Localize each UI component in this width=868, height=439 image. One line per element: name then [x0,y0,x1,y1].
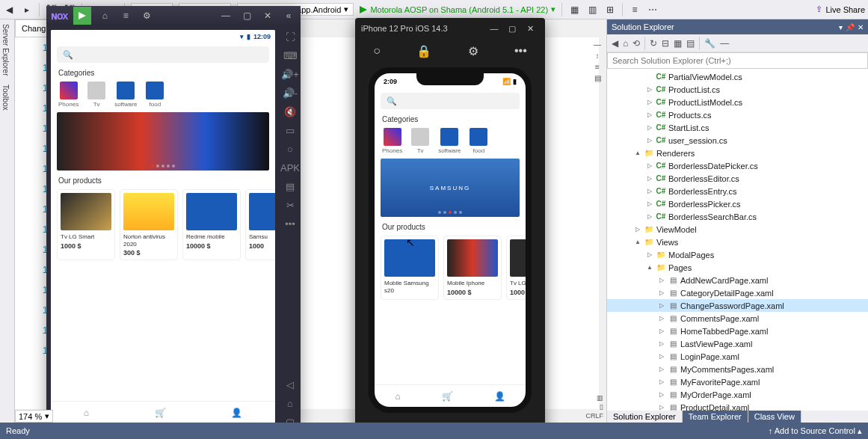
ios-close-icon[interactable]: ✕ [521,24,539,34]
ios-max-icon[interactable]: ▢ [503,24,521,34]
tree-row[interactable]: ▷▤ChangePasswordPage.xaml [607,299,868,312]
se-more-icon[interactable]: — [720,38,729,49]
apk-icon[interactable]: APK [280,162,300,174]
promo-banner[interactable] [57,112,269,171]
fullscreen-icon[interactable]: ⛶ [286,31,295,43]
nox-gear-icon[interactable]: ⚙ [139,10,154,21]
tree-row[interactable]: ▷▤CategoryDetailPage.xaml [607,286,868,299]
se-showall-icon[interactable]: ▦ [674,38,682,49]
ios-tab-cart-icon[interactable]: 🛒 [442,391,453,402]
tree-row[interactable]: ▷C#BorderlessDatePicker.cs [607,159,868,172]
category-item[interactable]: food [470,128,487,154]
se-back-icon[interactable]: ◀ [612,38,618,49]
tree-row[interactable]: ▷C#BorderlessEditor.cs [607,172,868,185]
product-card[interactable]: Samsu1000 [245,189,275,260]
se-home-icon[interactable]: ⌂ [623,38,628,49]
tree-row[interactable]: C#PartialViewModel.cs [607,70,868,83]
category-item[interactable]: Tv [87,82,105,108]
margin-icon-3[interactable]: ≡ [595,63,600,71]
more-icon[interactable]: ••• [285,218,295,230]
product-card[interactable]: Mobile Samsung s20 [381,236,439,300]
back-icon[interactable]: ◁ [286,379,294,390]
product-card[interactable]: Redme mobile10000 $ [182,189,241,260]
tree-row[interactable]: ▷C#BorderlessEntry.cs [607,185,868,197]
nav-fwd-icon[interactable]: ▸ [21,4,33,16]
server-explorer-tab[interactable]: Server Explorer [0,19,11,80]
tab-profile-icon[interactable]: 👤 [231,408,242,418]
tree-row[interactable]: ▷📁ModalPages [607,248,868,261]
tree-row[interactable]: ▷▤MyFavoritePage.xaml [607,375,868,388]
record-icon[interactable]: ○ [287,144,293,155]
ios-more-icon[interactable]: ••• [514,44,527,58]
tree-row[interactable]: ▷C#ProductListModel.cs [607,96,868,108]
toolbox-tab[interactable]: Toolbox [0,80,11,114]
ios-min-icon[interactable]: — [485,24,503,33]
nox-max-icon[interactable]: ▢ [239,10,254,21]
margin-icon-1[interactable]: — [594,40,601,49]
live-share-button[interactable]: ⇪Live Share [816,4,865,14]
tab-cart-icon[interactable]: 🛒 [155,408,166,418]
tree-row[interactable]: ▷▤LoginPage.xaml [607,350,868,363]
product-card[interactable]: Norton antivirus 2020300 $ [120,189,178,260]
ios-tab-home-icon[interactable]: ⌂ [395,391,400,402]
product-card[interactable]: Tv LG Smart1000 $ [57,189,115,260]
solution-search[interactable] [607,52,868,69]
category-item[interactable]: Phones [382,128,402,154]
ios-gear-icon[interactable]: ⚙ [468,44,478,58]
nox-titlebar[interactable]: ɴox ⌂ ≡ ⚙ — ▢ ✕ « [46,6,301,25]
tb-icon-5[interactable]: ⋯ [647,4,659,16]
zoom-dropdown[interactable]: 174 % ▾ [15,410,53,423]
vol-mute-icon[interactable]: 🔇 [284,106,296,117]
panel-header[interactable]: Solution Explorer ▾ 📌 ✕ [607,19,868,34]
category-item[interactable]: software [114,82,137,108]
margin-icon-4[interactable]: ▤ [594,74,601,82]
folder-icon[interactable]: ▤ [286,181,295,192]
nox-collapse-icon[interactable]: « [281,10,296,21]
screenshot-icon[interactable]: ▭ [286,125,295,136]
ios-home-icon[interactable]: ○ [373,44,381,58]
ios-titlebar[interactable]: iPhone 12 Pro iOS 14.3 — ▢ ✕ [355,18,545,39]
source-control-button[interactable]: ↑ Add to Source Control ▴ [769,426,862,436]
tree-row[interactable]: ▷C#BorderlessPicker.cs [607,197,868,210]
nox-menu-icon[interactable]: ≡ [118,10,133,21]
tree-row[interactable]: ▷C#BorderlessSearchBar.cs [607,210,868,223]
solution-tree[interactable]: C#PartialViewModel.cs▷C#ProductList.cs▷C… [607,69,868,411]
tree-row[interactable]: ▷▤ProductDetail.xaml [607,401,868,411]
se-wrench-icon[interactable]: 🔧 [704,38,715,49]
tree-row[interactable]: ▷📁ViewModel [607,223,868,236]
ios-search-input[interactable]: 🔍 [381,93,520,109]
category-item[interactable]: Tv [411,128,429,154]
nox-screen[interactable]: ▾ ▮ 12:09 🔍 Categories PhonesTvsoftwaref… [51,30,275,423]
tree-row[interactable]: ▷C#Products.cs [607,108,868,121]
tree-row[interactable]: ▷C#user_session.cs [607,134,868,147]
tb-icon-1[interactable]: ▦ [568,4,580,16]
panel-close-icon[interactable]: ✕ [858,23,864,31]
tree-row[interactable]: ▷▤HomeTabbedPage.xaml [607,325,868,337]
tb-icon-4[interactable]: ≡ [629,4,641,16]
app-search-input[interactable]: 🔍 [57,46,269,63]
category-item[interactable]: software [438,128,461,154]
tb-icon-2[interactable]: ▥ [586,4,598,16]
tree-row[interactable]: ▲📁Renderers [607,147,868,159]
tree-row[interactable]: ▲📁Views [607,236,868,248]
scissors-icon[interactable]: ✂ [286,200,295,211]
tab-home-icon[interactable]: ⌂ [84,408,89,418]
nav-back-icon[interactable]: ◀ [3,4,15,16]
tree-row[interactable]: ▲📁Pages [607,261,868,274]
product-card[interactable]: Tv LG S1000 $ [506,236,526,300]
home-icon[interactable]: ⌂ [287,398,293,409]
nox-home-icon[interactable]: ⌂ [97,10,112,21]
tree-row[interactable]: ▷▤MyCommentsPages.xaml [607,363,868,375]
ios-device-screen[interactable]: 2:09📶 ▮ 🔍 Categories PhonesTvsoftwarefoo… [369,67,532,413]
ios-promo-banner[interactable]: SAMSUNG [381,159,520,217]
nox-min-icon[interactable]: — [218,10,233,21]
category-item[interactable]: food [146,82,164,108]
panel-dropdown-icon[interactable]: ▾ [839,23,843,31]
split-icon-2[interactable]: ▯ [600,403,603,411]
run-button[interactable]: Motorola AOSP on Shama (Android 5.1 - AP… [360,4,555,14]
margin-icon-2[interactable]: ↕ [596,52,600,60]
split-icon[interactable]: ▥ [597,394,603,402]
nox-close-icon[interactable]: ✕ [260,10,275,21]
nox-play-button[interactable] [73,7,91,25]
solution-search-input[interactable] [608,53,867,68]
